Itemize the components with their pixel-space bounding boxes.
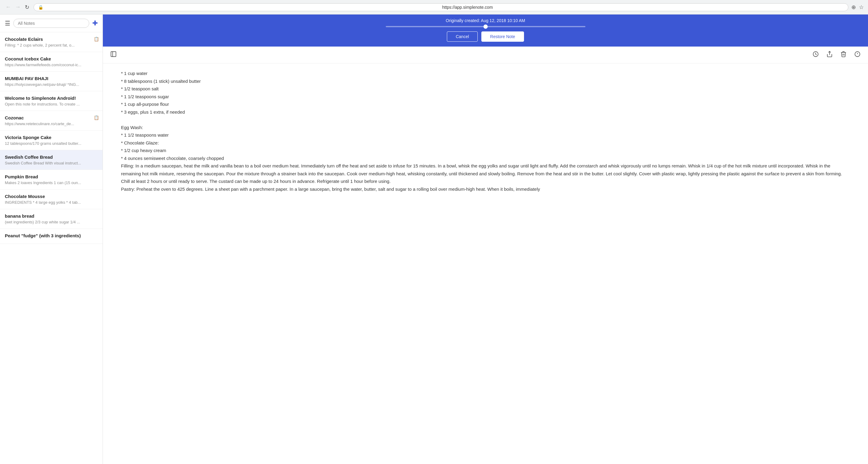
reload-button[interactable]: ↻ <box>24 3 31 12</box>
note-list-item-chocolate-eclairs[interactable]: Chocolate EclairsFilling: * 2 cups whole… <box>0 32 102 52</box>
lock-icon: 🔒 <box>38 5 440 10</box>
pin-icon: 📋 <box>94 115 99 120</box>
note-title: Chocolate Mousse <box>5 194 98 199</box>
history-slider[interactable] <box>386 26 585 27</box>
note-preview: Makes 2 loaves Ingredients 1 can (15 oun… <box>5 180 98 185</box>
note-list-item-victoria-sponge-cake[interactable]: Victoria Sponge Cake12 tablespoons/170 g… <box>0 131 102 150</box>
restore-note-button[interactable]: Restore Note <box>482 31 524 42</box>
cancel-button[interactable]: Cancel <box>447 31 478 42</box>
slider-thumb <box>484 25 488 29</box>
note-content: * 1 cup water* 8 tablespoons (1 stick) u… <box>103 64 868 464</box>
note-preview: https://www.farmwifefeeds.com/coconut-ic… <box>5 63 98 67</box>
note-title: Chocolate Eclairs <box>5 37 98 42</box>
note-list-item-pumpkin-bread[interactable]: Pumpkin BreadMakes 2 loaves Ingredients … <box>0 170 102 190</box>
note-line: Pastry: Preheat the oven to 425 degrees.… <box>121 185 850 193</box>
note-line: * 1 1/2 teaspoons sugar <box>121 93 850 101</box>
history-banner: Originally created: Aug 12, 2018 10:10 A… <box>103 14 868 46</box>
note-preview: INGREDIENTS * 4 large egg yolks * 4 tab.… <box>5 200 98 205</box>
note-list-item-mumbai-pav-bhaji[interactable]: MUMBAI PAV BHAJIhttps://holycowvegan.net… <box>0 72 102 91</box>
share-icon <box>826 51 833 58</box>
note-line: * 1/2 teaspoon salt <box>121 85 850 93</box>
bookmark-icon: ☆ <box>859 4 864 10</box>
history-button[interactable] <box>811 49 820 60</box>
nav-buttons: ← → ↻ <box>4 3 31 12</box>
note-line: * 3 eggs, plus 1 extra, if needed <box>121 108 850 116</box>
note-title: MUMBAI PAV BHAJI <box>5 76 98 81</box>
svg-rect-0 <box>111 52 116 57</box>
history-actions: Cancel Restore Note <box>109 31 862 42</box>
sidebar-header: ☰ ✚ <box>0 14 102 32</box>
note-title: Swedish Coffee Bread <box>5 155 98 160</box>
note-list: Chocolate EclairsFilling: * 2 cups whole… <box>0 32 102 464</box>
note-title: Coconut Icebox Cake <box>5 56 98 61</box>
url-text: https://app.simplenote.com <box>442 5 844 10</box>
new-note-button[interactable]: ✚ <box>92 19 98 27</box>
back-button[interactable]: ← <box>4 3 12 11</box>
note-toolbar <box>103 46 868 64</box>
note-title: Victoria Sponge Cake <box>5 135 98 140</box>
main-panel: Originally created: Aug 12, 2018 10:10 A… <box>103 14 868 464</box>
note-line: Egg Wash: <box>121 124 850 132</box>
forward-button[interactable]: → <box>14 3 22 11</box>
address-bar[interactable]: 🔒 https://app.simplenote.com <box>34 3 848 11</box>
toggle-sidebar-button[interactable] <box>109 49 118 60</box>
trash-icon <box>840 51 847 58</box>
note-list-item-peanut-fudge[interactable]: Peanut "fudge" (with 3 ingredients) <box>0 229 102 244</box>
note-line: * 1 cup all-purpose flour <box>121 100 850 108</box>
note-line: * 8 tablespoons (1 stick) unsalted butte… <box>121 77 850 85</box>
note-preview: Filling: * 2 cups whole, 2 percent fat, … <box>5 43 98 47</box>
note-preview: 12 tablespoons/170 grams unsalted butter… <box>5 141 98 146</box>
note-list-item-cozonac[interactable]: Cozonachttps://www.reteteculinare.ro/car… <box>0 111 102 131</box>
note-preview: Open this note for instructions. To crea… <box>5 102 98 106</box>
share-button[interactable] <box>825 49 834 60</box>
menu-button[interactable]: ☰ <box>5 20 10 27</box>
history-date: Originally created: Aug 12, 2018 10:10 A… <box>109 18 862 23</box>
note-title: Cozonac <box>5 115 98 120</box>
slider-container <box>109 26 862 27</box>
toolbar-left <box>109 49 118 60</box>
note-line: * 1 1/2 teaspoons water <box>121 131 850 139</box>
note-line: * 4 ounces semisweet chocolate, coarsely… <box>121 155 850 162</box>
clock-icon <box>812 51 819 58</box>
note-preview: https://holycowvegan.net/pav-bhaji/ *ING… <box>5 82 98 87</box>
sidebar: ☰ ✚ Chocolate EclairsFilling: * 2 cups w… <box>0 14 103 464</box>
sync-icon: ⊕ <box>851 4 856 10</box>
note-line: * 1 cup water <box>121 69 850 77</box>
note-list-item-coconut-icebox-cake[interactable]: Coconut Icebox Cakehttps://www.farmwifef… <box>0 52 102 72</box>
note-preview: Swedish Coffee Bread With visual instruc… <box>5 161 98 165</box>
note-title: Pumpkin Bread <box>5 174 98 179</box>
note-line <box>121 116 850 124</box>
browser-action-icons: ⊕ ☆ <box>851 4 864 10</box>
sidebar-icon <box>110 51 117 58</box>
note-list-item-banana-bread[interactable]: banana bread(wet ingredients) 2/3 cup wh… <box>0 209 102 229</box>
note-title: banana bread <box>5 213 98 219</box>
trash-button[interactable] <box>839 49 848 60</box>
note-line: * 1/2 cup heavy cream <box>121 146 850 155</box>
note-line: * Chocolate Glaze: <box>121 139 850 147</box>
app-container: ☰ ✚ Chocolate EclairsFilling: * 2 cups w… <box>0 14 868 464</box>
note-list-item-chocolate-mousse[interactable]: Chocolate MousseINGREDIENTS * 4 large eg… <box>0 190 102 209</box>
note-preview: (wet ingredients) 2/3 cup white sugar 1/… <box>5 220 98 224</box>
toolbar-right <box>811 49 862 60</box>
note-list-item-welcome-simplenote[interactable]: Welcome to Simplenote Android!Open this … <box>0 91 102 111</box>
note-title: Welcome to Simplenote Android! <box>5 96 98 101</box>
pin-icon: 📋 <box>94 37 99 41</box>
note-line: Filling: In a medium saucepan, heat the … <box>121 162 850 185</box>
info-button[interactable] <box>853 49 862 60</box>
note-list-item-swedish-coffee-bread[interactable]: Swedish Coffee BreadSwedish Coffee Bread… <box>0 150 102 170</box>
browser-chrome: ← → ↻ 🔒 https://app.simplenote.com ⊕ ☆ <box>0 0 868 14</box>
search-input[interactable] <box>13 19 89 28</box>
note-title: Peanut "fudge" (with 3 ingredients) <box>5 233 98 238</box>
note-preview: https://www.reteteculinare.ro/carte_de..… <box>5 122 98 126</box>
info-icon <box>854 51 861 58</box>
